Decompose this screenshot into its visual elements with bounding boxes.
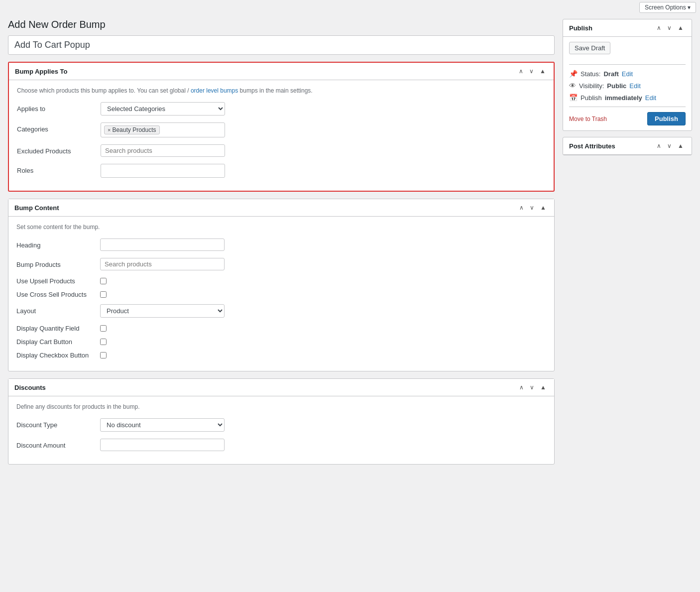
bump-content-title: Bump Content xyxy=(14,204,59,212)
roles-label: Roles xyxy=(17,164,97,174)
save-draft-button[interactable]: Save Draft xyxy=(569,42,610,54)
discount-type-label: Discount Type xyxy=(16,418,96,429)
metabox-controls-discounts: ∧ ∨ ▲ xyxy=(517,383,548,392)
use-crosssell-row: Use Cross Sell Products xyxy=(16,291,546,298)
publish-divider-2 xyxy=(569,107,686,107)
excluded-products-search[interactable] xyxy=(101,144,225,157)
roles-input[interactable] xyxy=(101,164,225,178)
collapse-triangle-btn-discounts[interactable]: ▲ xyxy=(538,383,548,392)
publish-time-row: 📅 Publish immediately Edit xyxy=(569,94,686,102)
main-content: Add New Order Bump Bump Applies To ∧ ∨ ▲… xyxy=(8,19,555,472)
collapse-up-btn-applies[interactable]: ∧ xyxy=(517,67,525,76)
applies-to-row: Applies to Selected Categories All Produ… xyxy=(17,102,546,116)
bump-products-label: Bump Products xyxy=(16,258,96,268)
status-edit-link[interactable]: Edit xyxy=(622,70,633,78)
collapse-triangle-btn-applies[interactable]: ▲ xyxy=(538,67,548,76)
pushpin-icon: 📌 xyxy=(569,70,578,78)
discount-amount-input[interactable] xyxy=(100,439,225,451)
tag-remove-icon[interactable]: × xyxy=(108,127,111,133)
screen-options-button[interactable]: Screen Options ▾ xyxy=(639,2,696,13)
bump-content-metabox: Bump Content ∧ ∨ ▲ Set some content for … xyxy=(8,199,555,371)
discounts-header: Discounts ∧ ∨ ▲ xyxy=(8,379,554,396)
heading-field xyxy=(100,238,546,251)
discount-type-field: No discount Percentage Fixed amount xyxy=(100,418,546,432)
publish-time-edit-link[interactable]: Edit xyxy=(645,94,656,102)
bump-products-search[interactable] xyxy=(100,258,225,270)
post-attr-collapse-up[interactable]: ∧ xyxy=(655,141,663,150)
display-cart-row: Display Cart Button xyxy=(16,338,546,346)
chevron-up-icon-2: ∧ xyxy=(519,204,524,211)
bump-content-description: Set some content for the bump. xyxy=(16,223,546,232)
publish-button[interactable]: Publish xyxy=(647,112,686,125)
calendar-icon: 📅 xyxy=(569,94,578,102)
discount-type-row: Discount Type No discount Percentage Fix… xyxy=(16,418,546,432)
triangle-up-icon-attr: ▲ xyxy=(678,142,684,149)
discount-amount-row: Discount Amount xyxy=(16,439,546,451)
layout-row: Layout Product List Grid xyxy=(16,304,546,318)
post-attributes-header: Post Attributes ∧ ∨ ▲ xyxy=(563,137,692,155)
collapse-up-btn-discounts[interactable]: ∧ xyxy=(517,383,526,392)
display-checkbox-checkbox[interactable] xyxy=(100,352,107,358)
discounts-title: Discounts xyxy=(14,384,46,391)
page-wrapper: Add New Order Bump Bump Applies To ∧ ∨ ▲… xyxy=(0,15,700,479)
layout-label: Layout xyxy=(16,304,96,315)
use-crosssell-checkbox[interactable] xyxy=(100,291,107,298)
bump-applies-to-header: Bump Applies To ∧ ∨ ▲ xyxy=(9,63,554,80)
visibility-row: 👁 Visibility: Public Edit xyxy=(569,82,686,90)
display-checkbox-label: Display Checkbox Button xyxy=(16,352,96,359)
collapse-triangle-btn-content[interactable]: ▲ xyxy=(538,203,548,212)
post-attr-controls: ∧ ∨ ▲ xyxy=(655,141,686,150)
publish-controls: ∧ ∨ ▲ xyxy=(655,23,686,32)
eye-icon: 👁 xyxy=(569,82,576,90)
publish-collapse-down[interactable]: ∨ xyxy=(665,23,674,32)
publish-collapse-triangle[interactable]: ▲ xyxy=(676,23,686,32)
publish-header: Publish ∧ ∨ ▲ xyxy=(563,19,692,37)
status-value: Draft xyxy=(603,70,618,78)
post-attr-collapse-down[interactable]: ∨ xyxy=(665,141,674,150)
excluded-products-row: Excluded Products xyxy=(17,144,546,157)
bump-content-body: Set some content for the bump. Heading B… xyxy=(8,217,554,371)
post-attr-collapse-triangle[interactable]: ▲ xyxy=(676,141,686,150)
excluded-products-label: Excluded Products xyxy=(17,144,97,155)
display-quantity-checkbox[interactable] xyxy=(100,325,107,332)
heading-input[interactable] xyxy=(100,238,225,251)
use-upsell-checkbox[interactable] xyxy=(100,278,107,284)
categories-tag-input[interactable]: × Beauty Products xyxy=(101,122,225,137)
use-crosssell-label: Use Cross Sell Products xyxy=(16,291,96,298)
post-attributes-metabox: Post Attributes ∧ ∨ ▲ xyxy=(563,137,692,155)
roles-field xyxy=(101,164,546,178)
triangle-up-icon-pub: ▲ xyxy=(678,24,684,31)
display-cart-label: Display Cart Button xyxy=(16,338,96,346)
visibility-edit-link[interactable]: Edit xyxy=(629,82,640,90)
applies-to-select[interactable]: Selected Categories All Products Selecte… xyxy=(101,102,225,116)
chevron-down-icon: ∨ xyxy=(529,68,534,75)
sidebar: Publish ∧ ∨ ▲ Save Draft 📌 Status: Draft… xyxy=(563,19,692,472)
bump-applies-to-title: Bump Applies To xyxy=(15,68,67,75)
categories-row: Categories × Beauty Products xyxy=(17,122,546,137)
discounts-metabox: Discounts ∧ ∨ ▲ Define any discounts for… xyxy=(8,378,555,465)
collapse-up-btn-content[interactable]: ∧ xyxy=(517,203,526,212)
screen-options-bar: Screen Options ▾ xyxy=(0,0,700,15)
bump-products-field xyxy=(100,258,546,270)
use-upsell-label: Use Upsell Products xyxy=(16,277,96,285)
move-to-trash-link[interactable]: Move to Trash xyxy=(569,116,607,122)
discount-type-select[interactable]: No discount Percentage Fixed amount xyxy=(100,418,225,432)
order-level-link[interactable]: order level bumps xyxy=(191,87,238,94)
collapse-down-btn-applies[interactable]: ∨ xyxy=(527,67,536,76)
layout-select[interactable]: Product List Grid xyxy=(100,304,225,318)
triangle-up-icon-3: ▲ xyxy=(540,384,546,391)
discount-amount-field xyxy=(100,439,546,451)
collapse-down-btn-content[interactable]: ∨ xyxy=(528,203,536,212)
category-tag-label: Beauty Products xyxy=(112,126,156,133)
chevron-down-icon-pub: ∨ xyxy=(667,24,672,31)
chevron-up-icon-attr: ∧ xyxy=(657,142,661,149)
publish-collapse-up[interactable]: ∧ xyxy=(655,23,663,32)
publish-metabox: Publish ∧ ∨ ▲ Save Draft 📌 Status: Draft… xyxy=(563,19,692,131)
post-title-input[interactable] xyxy=(8,35,555,55)
display-cart-checkbox[interactable] xyxy=(100,339,107,345)
collapse-down-btn-discounts[interactable]: ∨ xyxy=(528,383,536,392)
page-title: Add New Order Bump xyxy=(8,19,555,30)
bump-applies-to-body: Choose which products this bump applies … xyxy=(9,80,554,191)
categories-label: Categories xyxy=(17,122,97,133)
display-quantity-label: Display Quantity Field xyxy=(16,325,96,332)
